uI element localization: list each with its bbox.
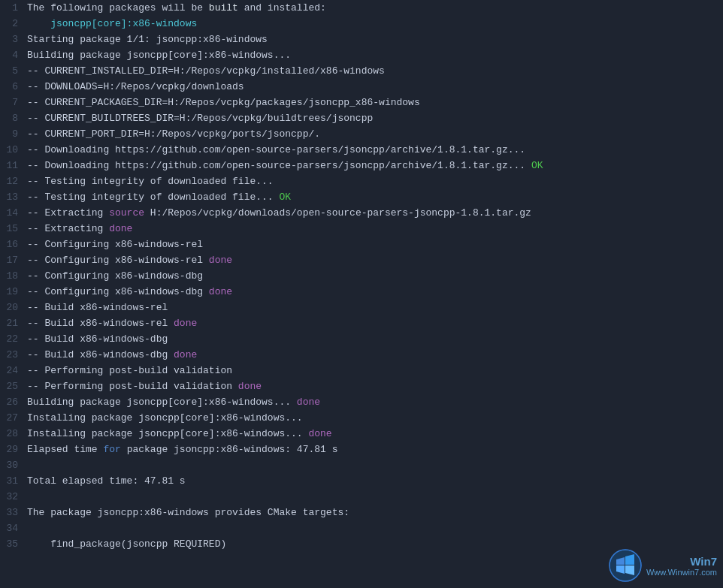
output-area: 1The following packages will be built an… [0, 0, 723, 552]
line-content: Starting package 1/1: jsoncpp:x86-window… [27, 32, 268, 47]
line-15: 15-- Extracting done [0, 221, 723, 237]
line-content: The package jsoncpp:x86-windows provides… [27, 505, 349, 520]
line-18: 18-- Configuring x86-windows-dbg [0, 268, 723, 284]
line-number: 19 [0, 284, 27, 300]
line-23: 23-- Build x86-windows-dbg done [0, 347, 723, 363]
line-content: Building package jsoncpp[core]:x86-windo… [27, 47, 291, 63]
line-content: -- Testing integrity of downloaded file.… [27, 189, 291, 205]
line-content: -- CURRENT_INSTALLED_DIR=H:/Repos/vcpkg/… [27, 63, 385, 79]
line-29: 29Elapsed time for package jsoncpp:x86-w… [0, 442, 723, 457]
line-number: 27 [0, 410, 27, 426]
line-content: -- Configuring x86-windows-dbg [27, 268, 203, 284]
line-number: 6 [0, 79, 27, 95]
line-number: 21 [0, 315, 27, 331]
line-2: 2 jsoncpp[core]:x86-windows [0, 16, 723, 32]
line-number: 4 [0, 47, 27, 63]
line-content: -- Downloading https://github.com/open-s… [27, 142, 525, 158]
line-27: 27Installing package jsoncpp[core]:x86-w… [0, 410, 723, 426]
line-content: -- Downloading https://github.com/open-s… [27, 158, 543, 173]
line-content: Building package jsoncpp[core]:x86-windo… [27, 394, 320, 410]
line-24: 24-- Performing post-build validation [0, 363, 723, 378]
line-content: -- CURRENT_BUILDTREES_DIR=H:/Repos/vcpkg… [27, 110, 373, 126]
line-34: 34 [0, 520, 723, 536]
line-content: -- DOWNLOADS=H:/Repos/vcpkg/downloads [27, 79, 244, 95]
watermark: Win7 Www.Winwin7.com [609, 549, 717, 582]
line-number: 25 [0, 378, 27, 394]
line-number: 26 [0, 394, 27, 410]
line-content: -- Build x86-windows-dbg done [27, 347, 197, 363]
line-number: 20 [0, 300, 27, 315]
line-content: -- Configuring x86-windows-rel done [27, 252, 232, 268]
line-6: 6-- DOWNLOADS=H:/Repos/vcpkg/downloads [0, 79, 723, 95]
line-content: Installing package jsoncpp[core]:x86-win… [27, 410, 303, 426]
line-number: 15 [0, 221, 27, 237]
line-5: 5-- CURRENT_INSTALLED_DIR=H:/Repos/vcpkg… [0, 63, 723, 79]
line-content: -- Performing post-build validation done [27, 378, 262, 394]
line-number: 29 [0, 442, 27, 457]
line-13: 13-- Testing integrity of downloaded fil… [0, 189, 723, 205]
line-content: -- Build x86-windows-rel done [27, 315, 197, 331]
line-content: -- Testing integrity of downloaded file.… [27, 173, 274, 189]
line-number: 34 [0, 520, 27, 536]
line-number: 32 [0, 489, 27, 505]
line-12: 12-- Testing integrity of downloaded fil… [0, 173, 723, 189]
line-content: -- Build x86-windows-rel [27, 300, 168, 315]
line-content: Total elapsed time: 47.81 s [27, 473, 186, 489]
line-7: 7-- CURRENT_PACKAGES_DIR=H:/Repos/vcpkg/… [0, 95, 723, 110]
line-number: 13 [0, 189, 27, 205]
line-16: 16-- Configuring x86-windows-rel [0, 237, 723, 252]
win7-brand-label: Win7 [690, 555, 717, 568]
line-11: 11-- Downloading https://github.com/open… [0, 158, 723, 173]
line-content: find_package(jsoncpp REQUIRED) [27, 536, 226, 552]
line-content: -- Configuring x86-windows-dbg done [27, 284, 232, 300]
line-content: -- Extracting done [27, 221, 132, 237]
terminal-window: 1The following packages will be built an… [0, 0, 723, 588]
line-number: 22 [0, 331, 27, 347]
line-19: 19-- Configuring x86-windows-dbg done [0, 284, 723, 300]
line-4: 4Building package jsoncpp[core]:x86-wind… [0, 47, 723, 63]
line-26: 26Building package jsoncpp[core]:x86-win… [0, 394, 723, 410]
line-number: 31 [0, 473, 27, 489]
line-number: 2 [0, 16, 27, 32]
line-number: 14 [0, 205, 27, 221]
line-8: 8-- CURRENT_BUILDTREES_DIR=H:/Repos/vcpk… [0, 110, 723, 126]
line-content: -- Performing post-build validation [27, 363, 232, 378]
line-21: 21-- Build x86-windows-rel done [0, 315, 723, 331]
line-number: 10 [0, 142, 27, 158]
line-9: 9-- CURRENT_PORT_DIR=H:/Repos/vcpkg/port… [0, 126, 723, 142]
line-10: 10-- Downloading https://github.com/open… [0, 142, 723, 158]
line-number: 23 [0, 347, 27, 363]
win7-url-label: Www.Winwin7.com [646, 568, 717, 577]
line-number: 1 [0, 0, 27, 16]
line-content: -- Build x86-windows-dbg [27, 331, 168, 347]
line-31: 31Total elapsed time: 47.81 s [0, 473, 723, 489]
line-content: -- Configuring x86-windows-rel [27, 237, 203, 252]
line-number: 17 [0, 252, 27, 268]
line-20: 20-- Build x86-windows-rel [0, 300, 723, 315]
line-number: 16 [0, 237, 27, 252]
line-28: 28Installing package jsoncpp[core]:x86-w… [0, 426, 723, 442]
line-number: 11 [0, 158, 27, 173]
line-number: 12 [0, 173, 27, 189]
line-1: 1The following packages will be built an… [0, 0, 723, 16]
line-content: -- CURRENT_PACKAGES_DIR=H:/Repos/vcpkg/p… [27, 95, 420, 110]
line-17: 17-- Configuring x86-windows-rel done [0, 252, 723, 268]
line-content: Installing package jsoncpp[core]:x86-win… [27, 426, 332, 442]
line-number: 7 [0, 95, 27, 110]
line-content: jsoncpp[core]:x86-windows [27, 16, 197, 32]
line-number: 24 [0, 363, 27, 378]
line-number: 18 [0, 268, 27, 284]
line-14: 14-- Extracting source H:/Repos/vcpkg/do… [0, 205, 723, 221]
line-number: 30 [0, 457, 27, 473]
line-33: 33The package jsoncpp:x86-windows provid… [0, 505, 723, 520]
line-content: The following packages will be built and… [27, 0, 326, 16]
line-32: 32 [0, 489, 723, 505]
line-number: 9 [0, 126, 27, 142]
line-number: 3 [0, 32, 27, 47]
line-content: -- CURRENT_PORT_DIR=H:/Repos/vcpkg/ports… [27, 126, 320, 142]
line-content: -- Extracting source H:/Repos/vcpkg/down… [27, 205, 531, 221]
win7-text: Win7 Www.Winwin7.com [646, 555, 717, 577]
win7-logo-icon [609, 549, 642, 582]
line-3: 3Starting package 1/1: jsoncpp:x86-windo… [0, 32, 723, 47]
line-content: Elapsed time for package jsoncpp:x86-win… [27, 442, 337, 457]
